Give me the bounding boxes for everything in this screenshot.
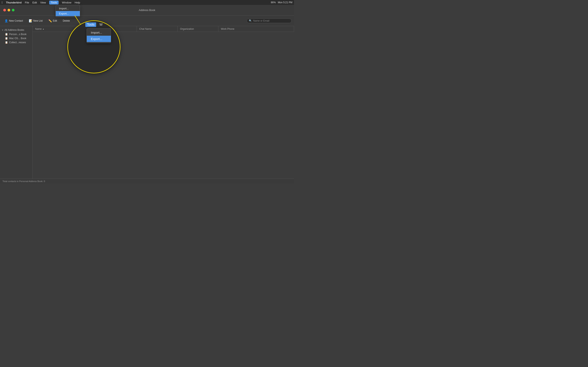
close-button[interactable] [3,9,6,11]
menubar-window[interactable]: Window [62,1,71,4]
menubar-file[interactable]: File [25,1,29,4]
column-chat[interactable]: Chat Name [137,26,178,32]
sidebar-item-label: Collect...resses [9,41,26,44]
sidebar-item-macos[interactable]: 📋 Mac OS... Book [0,36,33,40]
apple-menu[interactable]:  [2,1,3,4]
new-contact-button[interactable]: 👤 New Contact [2,18,25,24]
mag-export-item: Export... [87,36,111,42]
sort-icon: ▲ [43,28,44,30]
window-title: Address Book [139,8,155,12]
mag-dropdown: Import... Export... [86,28,111,43]
import-menu-item[interactable]: Import... [56,6,80,11]
mag-menu-bar: Tools W [68,21,120,28]
sidebar-all-books[interactable]: ▼ All Address Books [0,28,33,32]
mag-tools-item: Tools [85,22,96,27]
statusbar: Total contacts in Personal Address Book:… [0,179,294,184]
menubar-view[interactable]: View [40,1,46,4]
maximize-button[interactable] [12,9,15,11]
status-text: Total contacts in Personal Address Book:… [2,180,45,183]
sidebar-item-personal[interactable]: 📋 Person...s Book [0,32,33,36]
search-input[interactable] [253,19,289,22]
minimize-button[interactable] [8,9,10,11]
magnifier-circle: Tools W Import... Export... [67,20,121,73]
address-book-icon: 📋 [5,41,8,44]
export-menu-item[interactable]: Export... [56,11,80,16]
search-box[interactable]: 🔍 [247,18,292,23]
toolbar: 👤 New Contact 📝 New List ✏️ Edit Delete … [0,16,294,26]
app-name: Thunderbird [6,1,22,4]
mag-w-item: W [99,23,103,26]
address-book-icon: 📋 [5,33,8,36]
address-book-icon: 📋 [5,37,8,40]
menubar-help[interactable]: Help [75,1,80,4]
sidebar: ▼ All Address Books 📋 Person...s Book 📋 … [0,26,33,179]
menubar:  Thunderbird File Edit View Tools Windo… [0,0,294,5]
main-area: ▼ All Address Books 📋 Person...s Book 📋 … [0,26,294,179]
magnifier-content: Tools W Import... Export... [68,21,120,73]
menubar-edit[interactable]: Edit [33,1,37,4]
sidebar-item-collected[interactable]: 📋 Collect...resses [0,40,33,44]
tools-dropdown-menu: Import... Export... [56,5,80,17]
battery-status: 86% [271,1,276,4]
clock: Mon 5:21 PM [278,1,292,4]
edit-button[interactable]: ✏️ Edit [46,18,59,24]
search-icon: 🔍 [249,19,252,22]
menubar-right: 86% Mon 5:21 PM [271,1,292,4]
menubar-tools[interactable]: Tools [49,1,59,4]
mag-import-item: Import... [87,29,111,36]
list-add-icon: 📝 [29,19,32,22]
sidebar-item-label: Person...s Book [9,33,26,36]
chevron-down-icon: ▼ [2,29,4,31]
person-add-icon: 👤 [4,19,8,22]
column-organization[interactable]: Organization [178,26,218,32]
traffic-lights [3,9,15,11]
edit-icon: ✏️ [48,19,52,22]
sidebar-item-label: Mac OS... Book [9,37,26,40]
column-work-phone[interactable]: Work Phone [218,26,294,32]
titlebar: Address Book [0,5,294,16]
sidebar-section-label: All Address Books [4,29,24,31]
new-list-button[interactable]: 📝 New List [27,18,45,24]
